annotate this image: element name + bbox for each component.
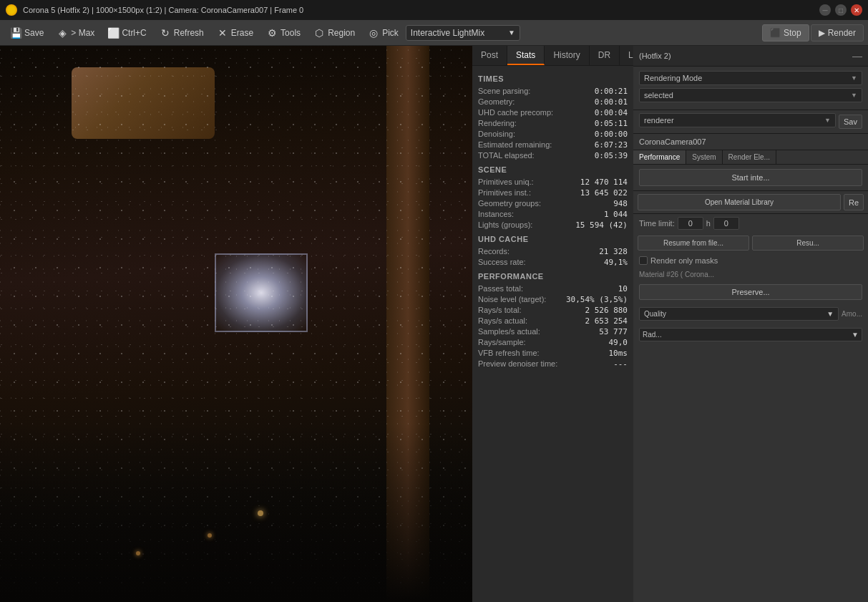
preserve-button[interactable]: Preserve... [639, 284, 862, 300]
stats-instances: Instances: 1 044 [478, 209, 628, 220]
renderer-dropdown[interactable]: renderer ▼ [639, 113, 836, 127]
save-mini-button[interactable]: Sav [839, 115, 862, 129]
rays-actual-value: 2 653 254 [585, 316, 628, 326]
geometry-value: 0:00:01 [595, 97, 628, 107]
close-panel-button[interactable]: — [852, 50, 862, 62]
stats-prim-inst: Primitives inst.: 13 645 022 [478, 188, 628, 198]
max-label: > Max [71, 28, 94, 38]
geo-groups-value: 948 [613, 199, 628, 208]
re-button[interactable]: Re [844, 194, 864, 210]
time-limit-minutes-input[interactable] [713, 217, 739, 230]
stats-noise: Noise level (target): 30,54% (3,5%) [478, 294, 628, 305]
render-button[interactable]: ▶ Render [811, 24, 864, 42]
vfb-value: 10ms [609, 349, 628, 358]
stats-rays-actual: Rays/s actual: 2 653 254 [478, 316, 628, 326]
rays-sample-value: 49,0 [609, 338, 628, 347]
denoising-label: Denoising: [478, 130, 515, 139]
stop-label: Stop [784, 28, 801, 38]
render-only-masks-checkbox[interactable] [639, 256, 648, 265]
max-button[interactable]: ◈ > Max [51, 24, 100, 42]
prim-uniq-label: Primitives uniq.: [478, 178, 534, 187]
minimize-button[interactable]: ─ [819, 4, 831, 16]
title-bar: Corona 5 (Hotfix 2) | 1000×1500px (1:2) … [0, 0, 868, 20]
start-buttons-row: Start inte... [633, 165, 868, 191]
rays-total-label: Rays/s total: [478, 306, 522, 315]
dropdown-arrow-icon-5: ▼ [852, 331, 859, 339]
dropdown-arrow-icon: ▼ [851, 74, 857, 82]
geometry-label: Geometry: [478, 97, 515, 107]
success-value: 49,1% [604, 258, 628, 267]
refresh-label: Refresh [174, 28, 204, 38]
tab-post[interactable]: Post [472, 46, 507, 65]
stats-uhd-cache: UHD cache precomp: 0:00:04 [478, 107, 628, 118]
tab-performance[interactable]: Performance [633, 150, 686, 164]
quality-dropdown[interactable]: Quality ▼ [639, 307, 839, 321]
stop-button[interactable]: ⬛ Stop [762, 24, 809, 42]
rendering-value: 0:05:11 [595, 119, 628, 128]
window-controls: ─ □ ✕ [819, 4, 862, 16]
tools-button[interactable]: ⚙ Tools [260, 24, 306, 42]
tab-history[interactable]: History [545, 46, 589, 65]
amount-label: Amo... [842, 310, 862, 318]
prim-uniq-value: 12 470 114 [580, 178, 628, 187]
total-label: TOTAL elapsed: [478, 151, 535, 160]
save-label: Save [24, 28, 44, 38]
stats-content: TIMES Scene parsing: 0:00:21 Geometry: 0… [472, 66, 633, 602]
material-label: Material #26 ( Corona... [639, 271, 714, 278]
erase-button[interactable]: ✕ Erase [211, 24, 259, 42]
ctrlc-button[interactable]: ⬜ Ctrl+C [102, 24, 152, 42]
stats-geometry: Geometry: 0:00:01 [478, 97, 628, 107]
hours-label: h [706, 219, 711, 228]
lightmix-label: Interactive LightMix [411, 28, 484, 38]
instances-value: 1 044 [604, 210, 628, 219]
instances-label: Instances: [478, 210, 514, 219]
start-interactive-button[interactable]: Start inte... [639, 169, 862, 186]
resume-from-button[interactable]: Resume from file... [638, 236, 749, 251]
pick-button[interactable]: ◎ Pick [362, 24, 404, 42]
pick-label: Pick [382, 28, 399, 38]
stats-geo-groups: Geometry groups: 948 [478, 198, 628, 209]
stats-scene-parsing: Scene parsing: 0:00:21 [478, 86, 628, 97]
selected-dropdown[interactable]: selected ▼ [639, 88, 862, 102]
stats-success: Success rate: 49,1% [478, 257, 628, 268]
render-icon: ▶ [819, 28, 825, 38]
geo-groups-label: Geometry groups: [478, 199, 541, 208]
stats-estimated: Estimated remaining: 6:07:23 [478, 140, 628, 150]
lightmix-dropdown[interactable]: Interactive LightMix ▼ [406, 25, 520, 41]
rendering-mode-section: Rendering Mode ▼ selected ▼ [633, 67, 868, 110]
prim-inst-label: Primitives inst.: [478, 188, 531, 198]
stats-lights: Lights (groups): 15 594 (42) [478, 220, 628, 230]
refresh-button[interactable]: ↻ Refresh [154, 24, 210, 42]
scene-parsing-value: 0:00:21 [595, 87, 628, 96]
render-viewport [0, 46, 472, 602]
resu-button[interactable]: Resu... [752, 236, 864, 251]
ctrlc-label: Ctrl+C [122, 28, 146, 38]
panel-tabs: Post Stats History DR LightMix [472, 46, 633, 66]
erase-icon: ✕ [217, 27, 228, 39]
dropdown-arrow-icon-4: ▼ [826, 310, 834, 318]
save-button[interactable]: 💾 Save [4, 24, 49, 42]
maximize-button[interactable]: □ [835, 4, 847, 16]
stats-prim-uniq: Primitives uniq.: 12 470 114 [478, 177, 628, 188]
render-image [0, 46, 472, 602]
ext-tabs: Performance System Render Ele... [633, 150, 868, 165]
passes-value: 10 [618, 284, 628, 293]
samples-value: 53 777 [599, 327, 628, 336]
dropdown-arrow-icon-2: ▼ [851, 92, 857, 99]
close-button[interactable]: ✕ [851, 4, 862, 16]
stats-samples: Samples/s actual: 53 777 [478, 326, 628, 337]
region-button[interactable]: ⬡ Region [308, 24, 361, 42]
tab-dr[interactable]: DR [590, 46, 620, 65]
uhd-cache-section-header: UHD CACHE [478, 235, 628, 243]
dropdown-arrow-icon-3: ▼ [824, 117, 831, 124]
tab-stats[interactable]: Stats [507, 46, 545, 65]
radio-dropdown[interactable]: Rad... ▼ [639, 328, 862, 341]
stop-icon: ⬛ [770, 28, 781, 38]
time-limit-hours-input[interactable] [678, 217, 703, 230]
tab-system[interactable]: System [686, 150, 722, 164]
vfb-label: VFB refresh time: [478, 349, 540, 358]
open-material-library-button[interactable]: Open Material Library [638, 194, 841, 210]
rendering-mode-dropdown[interactable]: Rendering Mode ▼ [639, 71, 862, 85]
tab-render-elements[interactable]: Render Ele... [723, 150, 776, 164]
quality-label: Quality [644, 310, 666, 318]
